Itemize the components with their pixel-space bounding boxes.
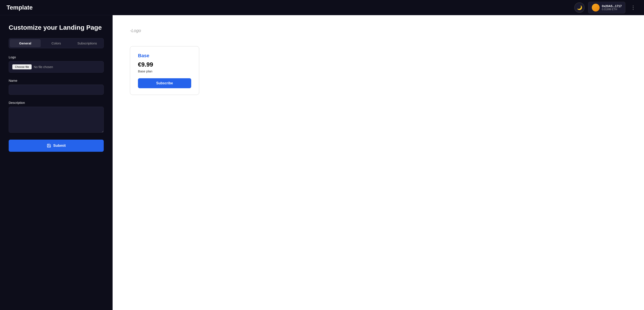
choose-file-button[interactable]: Choose file [12, 64, 32, 69]
more-options-icon[interactable]: ⋮ [629, 5, 638, 11]
card-price: €9.99 [138, 61, 191, 68]
logo-label: Logo [9, 55, 104, 59]
subscribe-button[interactable]: Subscribe [138, 78, 191, 88]
wallet-avatar [592, 4, 600, 12]
tab-subscriptions[interactable]: Subscriptions [72, 39, 103, 47]
subscription-card: Base €9.99 Base plan Subscribe [130, 46, 199, 95]
page-title: Customize your Landing Page [9, 24, 104, 31]
sidebar: Customize your Landing Page General Colo… [0, 15, 112, 310]
name-form-group: Name [9, 79, 104, 95]
navbar-right: 🌙 0x20A5...1717 0.01999 ETH ⋮ [574, 2, 638, 14]
file-input-display[interactable]: Choose file No file chosen [9, 61, 104, 73]
file-no-chosen-label: No file chosen [34, 65, 53, 69]
description-label: Description [9, 101, 104, 105]
logo-form-group: Logo Choose file No file chosen [9, 55, 104, 73]
moon-icon: 🌙 [577, 5, 582, 10]
darkmode-toggle[interactable]: 🌙 [574, 3, 585, 13]
tab-group: General Colors Subscriptions [9, 38, 104, 48]
tab-colors[interactable]: Colors [41, 39, 72, 47]
submit-button[interactable]: Submit [9, 140, 104, 152]
wallet-button[interactable]: 0x20A5...1717 0.01999 ETH [588, 2, 626, 14]
navbar: Template 🌙 0x20A5...1717 0.01999 ETH ⋮ [0, 0, 644, 15]
preview-logo-placeholder: -Logo [130, 28, 141, 33]
tab-general[interactable]: General [10, 39, 41, 47]
card-description: Base plan [138, 69, 191, 73]
main-layout: Customize your Landing Page General Colo… [0, 15, 644, 310]
wallet-info: 0x20A5...1717 0.01999 ETH [602, 4, 622, 11]
description-input[interactable] [9, 107, 104, 133]
card-plan-name: Base [138, 53, 191, 59]
file-input-wrapper[interactable]: Choose file No file chosen [9, 61, 104, 73]
description-form-group: Description [9, 101, 104, 134]
save-icon [47, 144, 51, 148]
submit-label: Submit [53, 144, 66, 148]
name-label: Name [9, 79, 104, 82]
name-input[interactable] [9, 85, 104, 95]
wallet-address: 0x20A5...1717 [602, 4, 622, 8]
app-logo: Template [6, 4, 33, 11]
wallet-balance: 0.01999 ETH [602, 8, 617, 11]
preview-panel: -Logo Base €9.99 Base plan Subscribe [112, 15, 644, 310]
